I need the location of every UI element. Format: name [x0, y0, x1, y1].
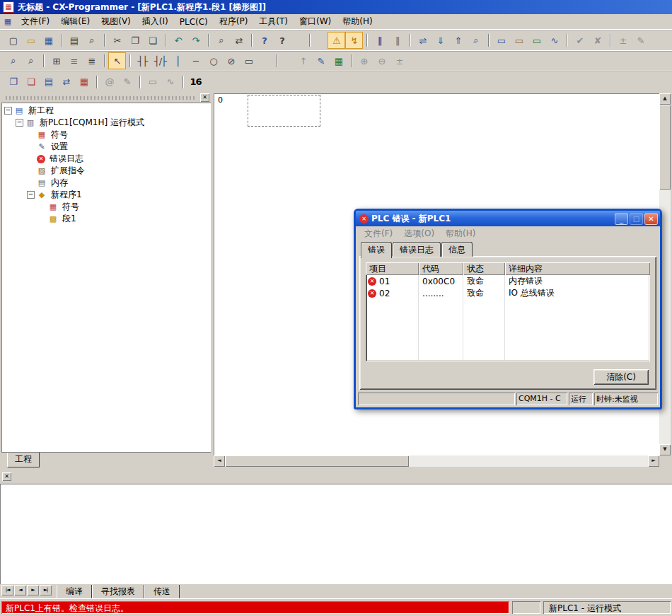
tree-expander-icon[interactable]: −: [4, 107, 12, 115]
insert-rung-icon[interactable]: ⊕: [355, 52, 373, 69]
show-comment-icon[interactable]: ≡: [65, 52, 83, 69]
tab-error-log[interactable]: 错误日志: [393, 242, 441, 257]
undo-icon[interactable]: ↶: [169, 32, 187, 49]
col-status[interactable]: 状态: [463, 262, 505, 275]
scroll-left-icon[interactable]: ◄: [214, 455, 225, 467]
hex-monitor-button[interactable]: 16: [187, 74, 204, 91]
ladder-cursor[interactable]: [248, 95, 320, 127]
monitor-window-icon[interactable]: ▭: [144, 74, 161, 91]
new-instruction-icon[interactable]: ▭: [240, 52, 257, 69]
tab-project[interactable]: 工程: [7, 453, 40, 467]
output-scroll-first[interactable]: |◄: [1, 585, 13, 595]
menu-help[interactable]: 帮助(H): [337, 13, 378, 30]
error-row[interactable]: ✕01 0x00C0 致命 内存错误: [366, 275, 650, 287]
compare-with-plc-icon[interactable]: ⌕: [467, 32, 485, 49]
data-trace-icon[interactable]: ∿: [161, 74, 179, 91]
address-increment-icon[interactable]: ±: [390, 52, 408, 69]
tree-item-memory[interactable]: ▤ 内存: [1, 177, 211, 189]
close-output-panel-icon[interactable]: ✕: [2, 472, 11, 481]
tree-item-symbols[interactable]: ▦ 符号: [1, 129, 211, 141]
col-detail[interactable]: 详细内容: [505, 262, 650, 275]
new-closed-coil-icon[interactable]: ⊘: [222, 52, 240, 69]
set-value-icon[interactable]: ±: [614, 32, 632, 49]
menu-file[interactable]: 文件(F): [16, 13, 55, 30]
toggle-project-window-icon[interactable]: ❐: [4, 74, 22, 91]
new-vertical-line-icon[interactable]: │: [169, 52, 187, 69]
address-reference-icon[interactable]: @: [100, 74, 118, 91]
find-replace-icon[interactable]: ⇄: [230, 32, 248, 49]
select-tool-icon[interactable]: ↖: [108, 52, 126, 69]
tab-transfer[interactable]: 传送: [144, 585, 180, 600]
tree-expander-icon[interactable]: −: [16, 119, 23, 127]
new-file-icon[interactable]: ▢: [4, 32, 22, 49]
scroll-up-icon[interactable]: ▲: [659, 93, 671, 105]
watch-window-icon[interactable]: ▤: [40, 74, 57, 91]
delete-rung-icon[interactable]: ⊖: [373, 52, 390, 69]
minimize-button[interactable]: _: [615, 213, 628, 225]
io-comment-icon[interactable]: ✎: [118, 74, 136, 91]
help-icon[interactable]: ?: [255, 32, 273, 49]
edit-comment-icon[interactable]: ✎: [312, 52, 330, 69]
tree-item-section1[interactable]: ▩ 段1: [1, 213, 211, 225]
dialog-menu-help[interactable]: 帮助(H): [440, 226, 481, 241]
run-monitor-icon[interactable]: ▭: [492, 32, 510, 49]
program-check-icon[interactable]: ⚠: [328, 32, 345, 49]
col-item[interactable]: 项目: [366, 262, 419, 275]
menu-program[interactable]: 程序(P): [214, 13, 254, 30]
output-scroll-right[interactable]: ►: [27, 585, 39, 595]
dialog-menu-options[interactable]: 选项(O): [398, 226, 440, 241]
copy-icon[interactable]: ❐: [126, 32, 144, 49]
tree-expander-icon[interactable]: −: [27, 191, 35, 199]
force-off-icon[interactable]: ✘: [589, 32, 606, 49]
pause-icon[interactable]: ‖: [371, 32, 388, 49]
menu-view[interactable]: 视图(V): [95, 13, 137, 30]
new-contact-icon[interactable]: ┤├: [134, 52, 151, 69]
find-icon[interactable]: ⌕: [212, 32, 230, 49]
block-program-icon[interactable]: ▦: [330, 52, 347, 69]
child-window-icon[interactable]: ▦: [3, 17, 13, 26]
print-icon[interactable]: ▤: [65, 32, 83, 49]
force-on-icon[interactable]: ✔: [571, 32, 589, 49]
close-tree-panel-icon[interactable]: ✕: [200, 93, 209, 102]
new-closed-contact-icon[interactable]: ┤/├: [151, 52, 169, 69]
tab-compile[interactable]: 编译: [57, 585, 92, 600]
toggle-output-window-icon[interactable]: ❏: [22, 74, 40, 91]
redo-icon[interactable]: ↷: [187, 32, 204, 49]
data-monitor-icon[interactable]: ▭: [528, 32, 545, 49]
scroll-right-icon[interactable]: ►: [648, 455, 659, 467]
differentiate-up-icon[interactable]: ↑: [294, 52, 312, 69]
menu-tools[interactable]: 工具(T): [253, 13, 294, 30]
local-symbols-icon[interactable]: ▦: [75, 74, 93, 91]
statement-list-icon[interactable]: ≣: [83, 52, 100, 69]
tab-errors[interactable]: 错误: [361, 242, 392, 258]
tab-information[interactable]: 信息: [441, 242, 473, 257]
grid-icon[interactable]: ⊞: [47, 52, 65, 69]
tree-item-program-symbols[interactable]: ▦ 符号: [1, 201, 211, 213]
online-edit-icon[interactable]: ✎: [632, 32, 649, 49]
time-chart-icon[interactable]: ∿: [545, 32, 563, 49]
cut-icon[interactable]: ✂: [108, 32, 126, 49]
open-file-icon[interactable]: ▭: [22, 32, 40, 49]
zoom-out-icon[interactable]: ⌕: [22, 52, 40, 69]
cross-reference-icon[interactable]: ⇄: [57, 74, 75, 91]
horizontal-scroll-thumb[interactable]: [225, 455, 409, 467]
new-horizontal-line-icon[interactable]: ─: [187, 52, 204, 69]
col-code[interactable]: 代码: [419, 262, 463, 275]
tree-item-program[interactable]: − ◆ 新程序1: [1, 189, 211, 201]
pause-monitor-icon[interactable]: ▭: [510, 32, 528, 49]
print-preview-icon[interactable]: ⌕: [83, 32, 100, 49]
paste-icon[interactable]: ❏: [144, 32, 161, 49]
tree-item-plc[interactable]: − ▥ 新PLC1[CQM1H] 运行模式: [1, 117, 211, 129]
menu-plc[interactable]: PLC(C): [174, 15, 214, 29]
zoom-in-icon[interactable]: ⌕: [4, 52, 22, 69]
output-scroll-last[interactable]: ►|: [40, 585, 52, 595]
tree-item-settings[interactable]: ✎ 设置: [1, 141, 211, 153]
panel-grip[interactable]: [6, 96, 197, 100]
close-button[interactable]: ✕: [644, 213, 658, 225]
output-content[interactable]: [0, 484, 672, 584]
error-row[interactable]: ✕02 ........ 致命 IO 总线错误: [366, 287, 650, 299]
transfer-from-plc-icon[interactable]: ⇑: [449, 32, 467, 49]
scroll-down-icon[interactable]: ▼: [659, 444, 671, 455]
menu-insert[interactable]: 插入(I): [137, 13, 174, 30]
ladder-horizontal-scrollbar[interactable]: ◄ ►: [214, 455, 659, 467]
